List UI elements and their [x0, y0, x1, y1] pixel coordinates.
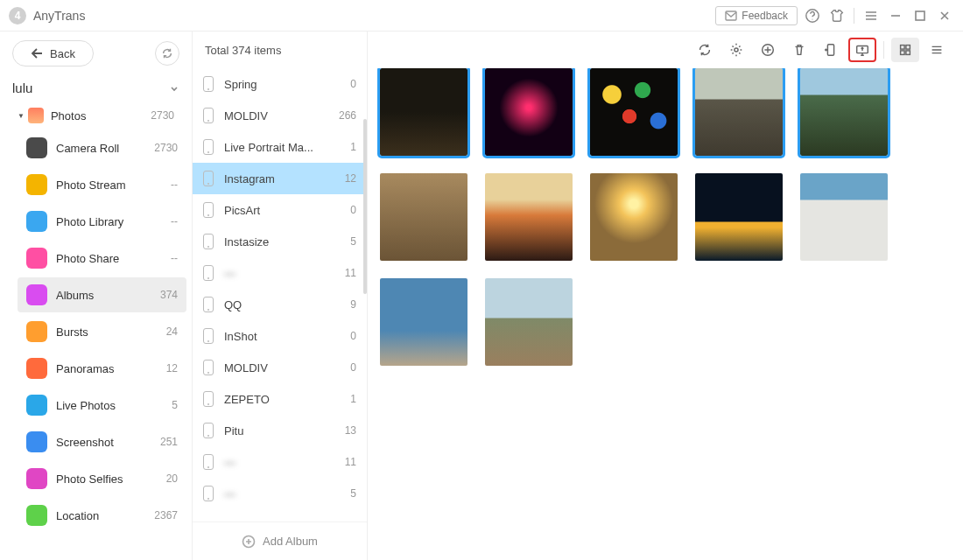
sidebar-item-count: 5 — [172, 399, 178, 411]
back-label: Back — [50, 47, 75, 60]
refresh-button[interactable] — [691, 38, 719, 62]
sidebar-item-screenshot[interactable]: Screenshot251 — [18, 424, 186, 459]
settings-button[interactable] — [722, 38, 750, 62]
app-title: AnyTrans — [33, 9, 85, 23]
album-count: 13 — [345, 424, 356, 437]
photo-thumbnail[interactable] — [695, 68, 783, 156]
album-row[interactable]: Instasize5 — [193, 226, 367, 257]
category-icon — [26, 505, 47, 526]
album-row[interactable]: —11 — [193, 257, 367, 289]
album-row[interactable]: MOLDIV0 — [193, 352, 367, 383]
photo-thumbnail[interactable] — [590, 173, 678, 261]
menu-icon[interactable] — [861, 6, 881, 25]
device-icon — [203, 360, 214, 375]
skin-icon[interactable] — [827, 6, 847, 25]
device-icon — [203, 454, 214, 470]
list-view-button[interactable] — [923, 38, 951, 62]
album-row[interactable]: —11 — [193, 446, 367, 478]
scrollbar[interactable] — [363, 119, 367, 294]
album-row[interactable]: QQ9 — [193, 289, 367, 320]
sidebar-item-live-photos[interactable]: Live Photos5 — [18, 388, 186, 423]
sidebar-item-photo-selfies[interactable]: Photo Selfies20 — [18, 461, 186, 496]
sidebar-item-location[interactable]: Location2367 — [18, 498, 186, 533]
close-icon[interactable] — [935, 6, 954, 25]
album-row[interactable]: Live Portrait Ma...1 — [193, 131, 367, 163]
grid-view-button[interactable] — [891, 38, 919, 62]
photo-thumbnail[interactable] — [380, 173, 467, 261]
add-album-button[interactable]: Add Album — [193, 522, 367, 560]
category-icon — [26, 468, 47, 489]
photo-thumbnail[interactable] — [800, 68, 888, 156]
album-count: 5 — [350, 235, 356, 248]
svg-rect-0 — [726, 11, 736, 20]
add-button[interactable] — [754, 38, 782, 62]
sidebar-item-count: 24 — [166, 326, 178, 338]
maximize-icon[interactable] — [910, 6, 930, 25]
album-row[interactable]: InShot0 — [193, 320, 367, 352]
photo-thumbnail[interactable] — [485, 173, 573, 261]
category-icon — [26, 137, 47, 158]
sidebar-sync-button[interactable] — [155, 41, 179, 66]
svg-rect-10 — [906, 46, 910, 50]
help-icon[interactable] — [803, 6, 822, 25]
album-count: 0 — [350, 204, 356, 216]
tree-root-photos[interactable]: ▼ Photos 2730 — [5, 102, 186, 129]
sidebar-item-camera-roll[interactable]: Camera Roll2730 — [18, 130, 186, 165]
device-icon — [203, 486, 214, 501]
delete-button[interactable] — [785, 38, 813, 62]
album-label: Instagram — [224, 172, 345, 186]
album-row[interactable]: PicsArt0 — [193, 194, 367, 226]
album-row[interactable]: Pitu13 — [193, 415, 367, 446]
album-label: Instasize — [224, 235, 350, 248]
category-icon — [26, 321, 47, 342]
feedback-button[interactable]: Feedback — [715, 6, 798, 25]
device-icon — [203, 108, 214, 123]
category-icon — [26, 358, 47, 379]
album-row[interactable]: Instagram12 — [193, 163, 367, 194]
sidebar-item-panoramas[interactable]: Panoramas12 — [18, 351, 186, 386]
sidebar-item-bursts[interactable]: Bursts24 — [18, 314, 186, 349]
category-icon — [26, 174, 47, 195]
photo-thumbnail[interactable] — [485, 278, 573, 366]
send-to-pc-button[interactable] — [848, 38, 876, 62]
sidebar-item-albums[interactable]: Albums374 — [18, 277, 186, 312]
svg-rect-3 — [916, 11, 924, 20]
content-area — [368, 32, 963, 560]
photo-thumbnail[interactable] — [695, 173, 783, 261]
photo-thumbnail[interactable] — [800, 173, 888, 261]
sidebar-item-label: Photo Selfies — [56, 472, 123, 486]
sidebar-item-label: Photo Stream — [56, 178, 126, 192]
minimize-icon[interactable] — [886, 6, 905, 25]
album-row[interactable]: Spring0 — [193, 68, 367, 100]
chevron-down-icon — [169, 83, 179, 94]
photo-thumbnail[interactable] — [485, 68, 573, 156]
album-count: 1 — [350, 393, 356, 405]
device-name: lulu — [12, 80, 32, 95]
sidebar-item-photo-stream[interactable]: Photo Stream-- — [18, 167, 186, 202]
album-count: 9 — [350, 298, 356, 311]
photo-thumbnail[interactable] — [590, 68, 678, 156]
sidebar-item-photo-library[interactable]: Photo Library-- — [18, 204, 186, 239]
album-label: MOLDIV — [224, 361, 350, 374]
photo-thumbnail[interactable] — [380, 278, 467, 366]
album-count: 0 — [350, 361, 356, 374]
device-row[interactable]: lulu — [0, 74, 192, 102]
send-to-device-button[interactable] — [817, 38, 845, 62]
device-icon — [203, 265, 214, 281]
album-label: ZEPETO — [224, 393, 350, 406]
sidebar-item-label: Screenshot — [56, 436, 114, 449]
album-row[interactable]: —5 — [193, 478, 367, 509]
sidebar-item-label: Live Photos — [56, 399, 116, 412]
device-icon — [203, 139, 214, 155]
sidebar-item-label: Albums — [56, 289, 94, 302]
photo-thumbnail[interactable] — [380, 68, 467, 156]
toolbar — [368, 32, 963, 68]
photos-icon — [28, 108, 44, 123]
back-button[interactable]: Back — [12, 40, 94, 66]
sidebar-item-count: 12 — [166, 362, 178, 374]
album-row[interactable]: MOLDIV266 — [193, 100, 367, 131]
album-row[interactable]: ZEPETO1 — [193, 383, 367, 415]
sidebar-item-photo-share[interactable]: Photo Share-- — [18, 241, 186, 276]
sidebar: Back lulu ▼ Photos 2730 Camera Roll2730P… — [0, 32, 193, 560]
album-count: 0 — [350, 78, 356, 90]
